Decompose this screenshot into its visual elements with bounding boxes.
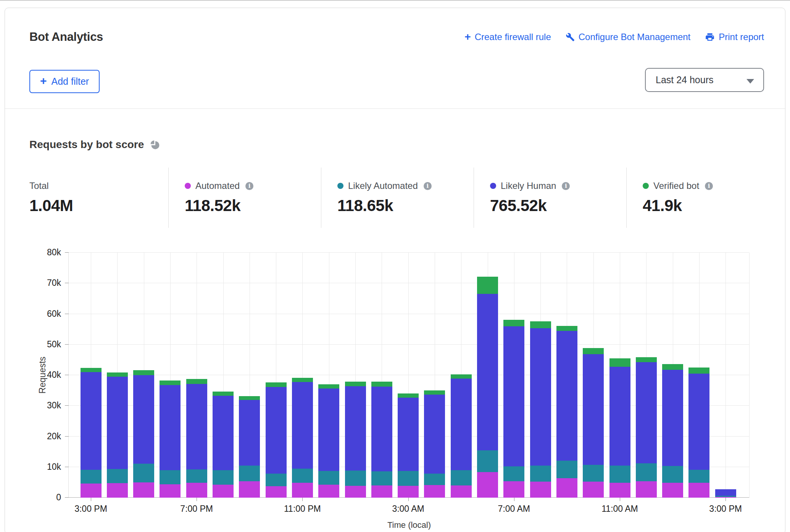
legend-dot — [337, 183, 343, 189]
bar-column-11-00-pm[interactable] — [292, 378, 313, 498]
y-tick — [65, 405, 69, 406]
bar-column-5-00-am[interactable] — [451, 374, 472, 498]
bar-segment-likely-automated — [503, 466, 524, 481]
bar-column-1-00-pm[interactable] — [662, 364, 683, 498]
action-label: Create firewall rule — [475, 32, 551, 42]
info-icon[interactable]: i — [562, 182, 570, 190]
chevron-down-icon — [746, 79, 754, 84]
bar-segment-likely-automated — [451, 470, 472, 485]
info-icon[interactable]: i — [424, 182, 432, 190]
bar-segment-verified-bot — [636, 357, 657, 362]
x-tick-label: 3:00 PM — [690, 504, 761, 514]
x-tick-label: 7:00 PM — [161, 504, 232, 514]
y-tick-label: 80k — [26, 247, 61, 258]
bar-segment-automated — [81, 484, 102, 498]
pie-chart-icon — [150, 139, 160, 150]
bar-segment-likely-human — [503, 326, 524, 466]
y-tick — [65, 283, 69, 283]
x-tick — [91, 498, 91, 501]
bar-column-10-00-pm[interactable] — [266, 382, 287, 498]
bar-segment-likely-automated — [107, 469, 128, 483]
bar-column-10-00-am[interactable] — [583, 348, 604, 498]
bar-column-2-00-am[interactable] — [371, 382, 392, 498]
bar-segment-likely-human — [688, 374, 709, 470]
stat-verified-bot: Verified boti41.9k — [626, 168, 785, 228]
y-tick-label: 30k — [26, 400, 61, 411]
bar-column-7-00-pm[interactable] — [186, 379, 207, 498]
stat-value: 118.52k — [185, 197, 321, 215]
bar-segment-automated — [345, 486, 366, 498]
bar-segment-automated — [556, 478, 577, 498]
bar-segment-verified-bot — [530, 321, 551, 328]
print-report-link[interactable]: Print report — [705, 32, 764, 42]
bar-column-4-00-am[interactable] — [424, 390, 445, 498]
bar-column-3-00-pm[interactable] — [715, 489, 736, 498]
bar-column-1-00-am[interactable] — [345, 382, 366, 498]
y-tick-label: 50k — [26, 339, 61, 350]
bar-segment-likely-human — [81, 372, 102, 470]
add-filter-button[interactable]: + Add filter — [29, 70, 100, 93]
stat-label: Total — [29, 181, 49, 191]
bar-segment-automated — [530, 482, 551, 498]
bar-column-8-00-pm[interactable] — [213, 392, 234, 498]
bar-segment-likely-automated — [160, 470, 181, 484]
bar-segment-verified-bot — [398, 393, 419, 398]
info-icon[interactable]: i — [705, 182, 713, 190]
bar-column-12-00-pm[interactable] — [636, 357, 657, 498]
x-tick — [197, 498, 197, 501]
bar-segment-likely-human — [371, 387, 392, 471]
time-range-value: Last 24 hours — [656, 74, 714, 85]
bar-segment-automated — [213, 485, 234, 498]
bar-segment-likely-human — [345, 386, 366, 471]
bar-column-3-00-pm[interactable] — [81, 368, 102, 498]
bar-segment-verified-bot — [107, 372, 128, 377]
y-tick — [65, 467, 69, 467]
y-tick — [65, 436, 69, 437]
stat-likely-automated: Likely Automatedi118.65k — [321, 168, 474, 228]
bar-segment-likely-automated — [292, 469, 313, 483]
bar-segment-likely-automated — [266, 474, 287, 487]
bar-segment-likely-automated — [81, 470, 102, 484]
x-tick-label: 3:00 AM — [373, 504, 443, 514]
h-gridline — [69, 252, 749, 253]
stat-value: 765.52k — [490, 197, 626, 215]
legend-dot — [490, 183, 496, 189]
time-range-select[interactable]: Last 24 hours — [645, 68, 764, 92]
bar-column-2-00-pm[interactable] — [688, 368, 709, 498]
bar-segment-automated — [107, 483, 128, 498]
bar-segment-likely-human — [715, 489, 736, 496]
bar-column-12-00-am[interactable] — [318, 384, 339, 498]
bar-column-5-00-pm[interactable] — [133, 370, 154, 498]
action-label: Print report — [719, 32, 764, 42]
bar-segment-verified-bot — [503, 320, 524, 327]
bar-column-3-00-am[interactable] — [398, 393, 419, 498]
bar-column-7-00-am[interactable] — [503, 320, 524, 498]
bar-segment-automated — [133, 482, 154, 498]
create-firewall-rule-link[interactable]: +Create firewall rule — [464, 32, 551, 42]
bar-column-6-00-am[interactable] — [477, 277, 498, 498]
x-tick-label: 11:00 PM — [267, 504, 337, 514]
bar-column-9-00-pm[interactable] — [239, 396, 260, 498]
bar-column-9-00-am[interactable] — [556, 326, 577, 498]
bar-segment-likely-automated — [239, 466, 260, 482]
stat-label: Likely Automated — [348, 181, 418, 191]
bar-segment-verified-bot — [371, 382, 392, 387]
bar-segment-likely-automated — [318, 471, 339, 485]
bar-segment-likely-human — [583, 354, 604, 465]
bar-column-4-00-pm[interactable] — [107, 372, 128, 498]
bar-segment-likely-human — [133, 375, 154, 464]
bar-segment-automated — [239, 481, 260, 498]
bar-column-11-00-am[interactable] — [609, 358, 630, 498]
x-tick — [302, 498, 303, 501]
bar-segment-likely-human — [451, 379, 472, 470]
configure-bot-management-link[interactable]: Configure Bot Management — [566, 32, 691, 42]
bar-segment-verified-bot — [451, 374, 472, 379]
stat-automated: Automatedi118.52k — [168, 168, 321, 228]
bar-column-8-00-am[interactable] — [530, 321, 551, 498]
bar-column-6-00-pm[interactable] — [160, 380, 181, 498]
info-icon[interactable]: i — [245, 182, 253, 190]
x-tick-label: 11:00 AM — [585, 504, 655, 514]
h-gridline — [69, 344, 749, 345]
requests-bar-chart: 010k20k30k40k50k60k70k80k3:00 PM7:00 PM1… — [68, 253, 750, 498]
bar-segment-verified-bot — [81, 368, 102, 372]
